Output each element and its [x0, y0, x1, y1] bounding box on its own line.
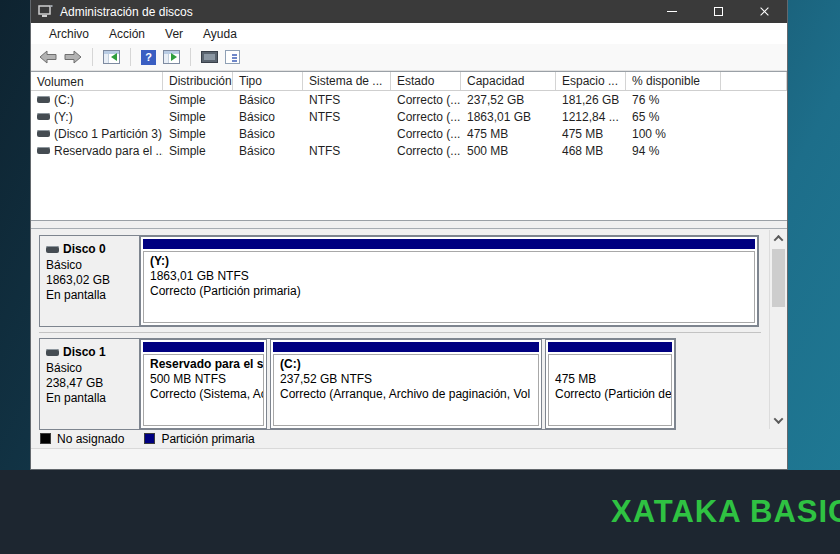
- action-pane-button[interactable]: [163, 50, 180, 64]
- maximize-icon: [714, 7, 723, 16]
- column-header-disponible[interactable]: % disponible: [626, 72, 721, 90]
- disk-1-row: Disco 1 Básico 238,47 GB En pantalla Res…: [39, 338, 676, 430]
- column-header-espacio[interactable]: Espacio ...: [556, 72, 626, 90]
- partition-label: [555, 357, 671, 372]
- volume-row-y[interactable]: (Y:) Simple Básico NTFS Correcto (... 18…: [31, 108, 787, 125]
- partition-size: 1863,01 GB NTFS: [150, 269, 754, 284]
- back-button[interactable]: [39, 50, 57, 64]
- partition-recovery[interactable]: 475 MB Correcto (Partición de: [545, 339, 675, 429]
- volume-name: (Disco 1 Partición 3): [54, 127, 162, 141]
- disk-name: Disco 0: [63, 242, 106, 256]
- disk-icon: [46, 349, 59, 356]
- partition-size: 237,52 GB NTFS: [280, 372, 538, 387]
- close-icon: [759, 6, 770, 17]
- forward-arrow-icon: [64, 50, 82, 64]
- cell-tipo: Básico: [233, 93, 303, 107]
- console-tree-icon: [103, 50, 120, 64]
- graphical-view-pane: Disco 0 Básico 1863,02 GB En pantalla (Y…: [31, 229, 787, 429]
- disk-type: Básico: [46, 258, 135, 273]
- partition-y[interactable]: (Y:) 1863,01 GB NTFS Correcto (Partición…: [140, 236, 758, 326]
- volume-row-c[interactable]: (C:) Simple Básico NTFS Correcto (... 23…: [31, 91, 787, 108]
- maximize-button[interactable]: [695, 0, 741, 23]
- vertical-scrollbar[interactable]: [769, 230, 786, 429]
- volume-table-header: Volumen Distribución Tipo Sistema de ...…: [31, 72, 787, 91]
- pane-splitter[interactable]: [31, 221, 787, 229]
- cell-espacio: 1212,84 ...: [556, 110, 626, 124]
- volume-name: Reservado para el ...: [54, 144, 163, 158]
- cell-estado: Correcto (...: [391, 144, 461, 158]
- column-header-capacidad[interactable]: Capacidad: [461, 72, 556, 90]
- menu-bar: Archivo Acción Ver Ayuda: [31, 23, 787, 44]
- toolbar-separator: [130, 48, 131, 66]
- menu-ayuda[interactable]: Ayuda: [193, 25, 247, 43]
- cell-capacidad: 1863,01 GB: [461, 110, 556, 124]
- properties-button[interactable]: [225, 50, 240, 64]
- partition-status: Correcto (Partición de: [555, 387, 671, 402]
- disk-type: Básico: [46, 361, 135, 376]
- volume-row-particion3[interactable]: (Disco 1 Partición 3) Simple Básico Corr…: [31, 125, 787, 142]
- column-header-estado[interactable]: Estado: [391, 72, 461, 90]
- cell-estado: Correcto (...: [391, 93, 461, 107]
- partition-status: Correcto (Sistema, Act: [150, 387, 263, 402]
- menu-archivo[interactable]: Archivo: [39, 25, 99, 43]
- scroll-down-button[interactable]: [770, 412, 787, 429]
- brand-logo: XATAKA BASICS: [598, 486, 840, 538]
- disk-status: En pantalla: [46, 391, 135, 406]
- partition-label: Reservado para el sist: [150, 357, 263, 372]
- disk-icon: [37, 147, 50, 154]
- cell-distribucion: Simple: [163, 110, 233, 124]
- column-header-volumen[interactable]: Volumen: [31, 72, 163, 90]
- partition-size: 475 MB: [555, 372, 671, 387]
- legend-label: Partición primaria: [161, 432, 254, 446]
- minimize-button[interactable]: [649, 0, 695, 23]
- partition-status: Correcto (Arranque, Archivo de paginació…: [280, 387, 538, 402]
- menu-ver[interactable]: Ver: [155, 25, 193, 43]
- disk-separator: [39, 332, 761, 333]
- cell-espacio: 468 MB: [556, 144, 626, 158]
- legend-label: No asignado: [57, 432, 124, 446]
- cell-capacidad: 237,52 GB: [461, 93, 556, 107]
- forward-button[interactable]: [64, 50, 82, 64]
- disk-0-row: Disco 0 Básico 1863,02 GB En pantalla (Y…: [39, 235, 759, 327]
- primary-partition-swatch: [144, 433, 155, 444]
- column-header-distribucion[interactable]: Distribución: [163, 72, 233, 90]
- volume-name: (Y:): [54, 110, 73, 124]
- partition-reservado[interactable]: Reservado para el sist 500 MB NTFS Corre…: [140, 339, 267, 429]
- partition-status: Correcto (Partición primaria): [150, 284, 754, 299]
- toolbar: ?: [31, 44, 787, 71]
- title-bar[interactable]: Administración de discos: [31, 0, 787, 23]
- column-header-tipo[interactable]: Tipo: [233, 72, 303, 90]
- cell-espacio: 475 MB: [556, 127, 626, 141]
- cell-distribucion: Simple: [163, 127, 233, 141]
- cell-capacidad: 500 MB: [461, 144, 556, 158]
- disk-icon: [37, 96, 50, 103]
- volume-row-reservado[interactable]: Reservado para el ... Simple Básico NTFS…: [31, 142, 787, 159]
- scroll-up-button[interactable]: [770, 230, 787, 247]
- disk-0-label[interactable]: Disco 0 Básico 1863,02 GB En pantalla: [40, 236, 140, 326]
- disk-size: 1863,02 GB: [46, 273, 135, 288]
- console-tree-button[interactable]: [103, 50, 120, 64]
- primary-partition-color-bar: [273, 342, 539, 352]
- menu-accion[interactable]: Acción: [99, 25, 155, 43]
- disk-status: En pantalla: [46, 288, 135, 303]
- chevron-down-icon: [773, 414, 783, 424]
- close-button[interactable]: [741, 0, 787, 23]
- column-header-sistema[interactable]: Sistema de ...: [303, 72, 391, 90]
- unallocated-swatch: [40, 433, 51, 444]
- cell-estado: Correcto (...: [391, 127, 461, 141]
- help-icon: ?: [141, 50, 156, 65]
- partition-c[interactable]: (C:) 237,52 GB NTFS Correcto (Arranque, …: [270, 339, 542, 429]
- disk-1-label[interactable]: Disco 1 Básico 238,47 GB En pantalla: [40, 339, 140, 429]
- help-button[interactable]: ?: [141, 50, 156, 65]
- legend-primary-partition: Partición primaria: [144, 432, 254, 446]
- partition-size: 500 MB NTFS: [150, 372, 263, 387]
- minimize-icon: [667, 11, 677, 12]
- brand-text: XATAKA BASICS: [611, 494, 840, 530]
- disk-icon: [37, 130, 50, 137]
- primary-partition-color-bar: [143, 342, 264, 352]
- volume-name: (C:): [54, 93, 74, 107]
- cell-sistema: NTFS: [303, 144, 391, 158]
- disk-icon: [37, 113, 50, 120]
- scrollbar-thumb[interactable]: [772, 249, 785, 307]
- device-view-button[interactable]: [201, 51, 218, 63]
